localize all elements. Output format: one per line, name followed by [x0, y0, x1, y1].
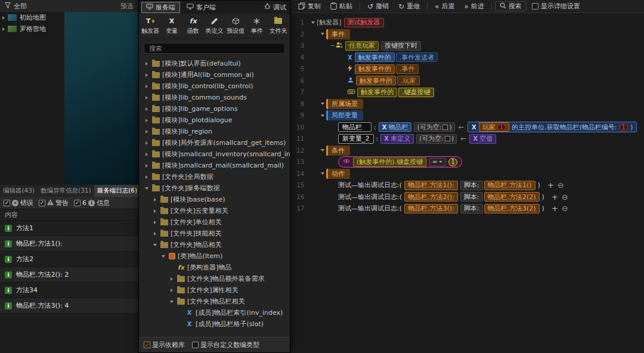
event-param-member-badge[interactable]: .键盘按键 [398, 88, 434, 97]
collapse-toggle[interactable] [319, 149, 326, 151]
locals-section-badge[interactable]: 局部变量 [326, 110, 363, 120]
tree-item[interactable]: [模块]lib_game_options [139, 103, 290, 114]
method-call-badge[interactable]: 物品栏.方法2(2) [484, 192, 540, 202]
tree-item[interactable]: X[成员]物品栏格子(slot) [139, 318, 290, 330]
tree-item[interactable]: [类]物品(Item) [139, 250, 290, 262]
nullable-option[interactable]: (可为空:) [414, 122, 454, 132]
chevron-right-icon[interactable] [144, 96, 150, 100]
new-preset-button[interactable]: 预设值 [225, 15, 246, 38]
show-dependencies-option[interactable]: 显示依赖库 [144, 340, 185, 349]
log-message-badge[interactable]: 物品栏.方法3(): [404, 204, 458, 213]
filter-all-label[interactable]: 全部 [14, 2, 27, 11]
add-argument-button[interactable]: + [552, 193, 558, 202]
chevron-right-icon[interactable] [152, 221, 158, 224]
forward-button[interactable]: » 前进 [460, 1, 488, 13]
info-checkbox[interactable] [74, 200, 80, 206]
show-custom-types-checkbox[interactable] [192, 342, 199, 348]
new-folder-button[interactable]: 文件夹 [268, 15, 289, 38]
search-input[interactable] [144, 43, 285, 54]
filter-info[interactable]: 6 信息 [74, 199, 110, 208]
condition-left-badge[interactable]: (触发事件的).键盘按键 [353, 157, 426, 167]
chevron-down-icon[interactable] [160, 255, 166, 258]
tree-item[interactable]: fx[类构造器]物品 [139, 262, 290, 273]
tree-item[interactable]: [模块]局外资源库(smallcard_get_items) [139, 137, 290, 148]
tree-item[interactable]: X[成员]物品栏索引(inv_index) [139, 307, 290, 318]
tab-server[interactable]: 服务端 [141, 2, 180, 13]
nullable-checkbox[interactable] [442, 125, 448, 130]
search-button[interactable]: 搜索 [495, 1, 527, 11]
chevron-right-icon[interactable] [144, 164, 150, 168]
log-row[interactable]: i 物品栏.方法3(): 4 [0, 298, 138, 314]
value-expression[interactable]: X 玩家1 的主控单位.获取物品栏(物品栏编号: 1 ) [467, 122, 637, 132]
collapse-toggle[interactable] [319, 172, 326, 175]
tree-item[interactable]: [模块]lib_region [139, 126, 290, 137]
variable-name-input[interactable]: 新变量_2 [338, 134, 374, 144]
debug-button[interactable]: 调试 [264, 3, 286, 12]
map-item-initial[interactable]: 初始地图 [0, 12, 64, 23]
show-details-option[interactable]: 显示详细设置 [528, 1, 584, 13]
chevron-down-icon[interactable] [144, 187, 150, 190]
chevron-right-icon[interactable] [144, 62, 150, 66]
new-function-button[interactable]: fx 函数 [182, 15, 203, 38]
event-param-member-badge[interactable]: .事件发送者 [396, 52, 438, 62]
chevron-right-icon[interactable] [144, 153, 150, 156]
chevron-right-icon[interactable] [2, 27, 5, 31]
chevron-right-icon[interactable] [144, 119, 150, 122]
collapse-toggle[interactable] [319, 114, 326, 117]
undo-button[interactable]: ↺ 撤销 [363, 1, 393, 13]
errors-checkbox[interactable] [4, 200, 10, 206]
preselect-button[interactable]: 预选 [120, 2, 134, 11]
method-call-badge[interactable]: 物品栏.方法1() [484, 181, 535, 190]
chevron-down-icon[interactable] [152, 244, 158, 246]
inventory-index-chip[interactable]: 1 [620, 123, 628, 131]
map-item-rogue-camp[interactable]: 罗格营地 [0, 23, 64, 35]
tree-item[interactable]: [模块]通用AI(lib_common_ai) [139, 69, 290, 80]
collapse-toggle[interactable] [319, 103, 326, 105]
scene-viewport[interactable] [64, 12, 138, 185]
operator-dropdown[interactable]: = [429, 158, 445, 166]
paste-button[interactable]: 粘贴 [326, 1, 357, 13]
condition-expression[interactable]: (触发事件的).键盘按键 = 1 [338, 156, 462, 168]
new-class-button[interactable]: 类定义 [204, 15, 225, 38]
trigger-name-badge[interactable]: 测试触发器 [344, 18, 384, 27]
tree-item[interactable]: [文件夹]全局数据 [139, 171, 290, 182]
method-call-badge[interactable]: 物品栏.方法3(2) [484, 204, 540, 213]
variable-name-input[interactable]: 物品栏 [338, 122, 371, 132]
new-trigger-button[interactable]: T 触发器 [140, 15, 161, 38]
tree-item[interactable]: [文件夹]物品栏相关 [139, 296, 290, 307]
tab-client[interactable]: 客户端 [182, 2, 220, 13]
chevron-right-icon[interactable] [144, 141, 150, 145]
tab-data-errors[interactable]: 数编异常信息(31) [38, 185, 94, 197]
remove-argument-button[interactable]: ⊖ [558, 181, 564, 190]
filter-warnings[interactable]: 警告 [39, 199, 69, 208]
chevron-right-icon[interactable] [152, 198, 158, 202]
event-param-base-badge[interactable]: 触发事件的 [355, 52, 395, 62]
event-param-member-badge[interactable]: .事件 [396, 64, 419, 74]
remove-argument-button[interactable]: ⊖ [562, 193, 568, 202]
tab-editor[interactable]: 编辑器(43) [0, 185, 38, 197]
tree-item[interactable]: [模块]smallcard_mail(smallcard_mail) [139, 160, 290, 171]
nullable-option[interactable]: (可为空:) [416, 134, 457, 144]
condition-value-chip[interactable]: 1 [448, 158, 457, 166]
chevron-right-icon[interactable] [2, 16, 5, 20]
redo-button[interactable]: ↻ 重做 [394, 1, 424, 13]
log-row[interactable]: i 物品栏.方法1(): [0, 236, 138, 252]
warnings-checkbox[interactable] [39, 200, 45, 206]
new-event-button[interactable]: 事件 [247, 15, 268, 38]
tree-item[interactable]: [模块]base(base) [139, 194, 290, 205]
event-param-base-badge[interactable]: 触发事件的 [357, 88, 397, 97]
tree-item[interactable]: [模块]smallcard_inventory(smallcard_inve..… [139, 148, 290, 160]
log-message-badge[interactable]: 物品栏.方法2(): [404, 192, 458, 202]
chevron-right-icon[interactable] [144, 175, 150, 179]
show-custom-types-option[interactable]: 显示自定义数编类型 [192, 340, 259, 349]
log-row[interactable]: i 方法34 [0, 283, 138, 298]
chevron-right-icon[interactable] [144, 85, 150, 88]
chevron-right-icon[interactable] [169, 289, 175, 292]
tree-item[interactable]: [文件夹]服务端数据 [139, 182, 290, 194]
chevron-right-icon[interactable] [144, 107, 150, 111]
collapse-toggle[interactable] [319, 33, 326, 35]
tree-item[interactable]: [模块]lib_common_sounds [139, 92, 290, 103]
chevron-down-icon[interactable] [169, 301, 175, 303]
scene-section-badge[interactable]: 所属场景 [326, 99, 363, 109]
tree-item[interactable]: [模块]lib_plotdialogue [139, 114, 290, 126]
